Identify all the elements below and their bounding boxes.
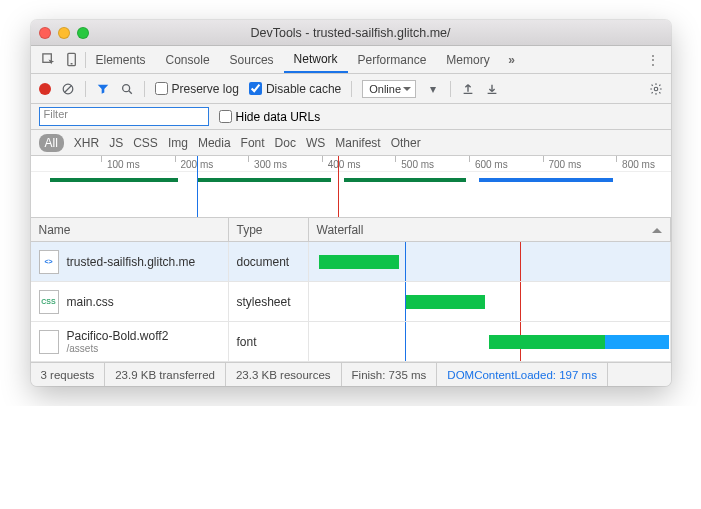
throttling-select[interactable]: Online — [362, 80, 416, 98]
filter-doc[interactable]: Doc — [275, 136, 296, 150]
filter-css[interactable]: CSS — [133, 136, 158, 150]
request-name: main.css — [67, 295, 114, 309]
upload-har-icon[interactable] — [461, 82, 475, 96]
tab-memory[interactable]: Memory — [436, 46, 499, 73]
throttling-value: Online — [369, 83, 401, 95]
more-tabs-icon[interactable]: » — [500, 53, 524, 67]
request-type: document — [229, 242, 309, 281]
svg-point-7 — [654, 87, 658, 91]
filter-icon[interactable] — [96, 82, 110, 96]
request-path: /assets — [67, 343, 169, 354]
col-name[interactable]: Name — [31, 218, 229, 241]
col-type[interactable]: Type — [229, 218, 309, 241]
hide-data-urls-checkbox[interactable]: Hide data URLs — [219, 110, 321, 124]
top-tabs: Elements Console Sources Network Perform… — [31, 46, 671, 74]
inspect-icon[interactable] — [37, 52, 61, 67]
devtools-window: DevTools - trusted-sailfish.glitch.me/ E… — [31, 20, 671, 386]
preserve-log-label: Preserve log — [172, 82, 239, 96]
col-waterfall[interactable]: Waterfall — [309, 218, 671, 241]
preserve-log-checkbox[interactable]: Preserve log — [155, 82, 239, 96]
table-row[interactable]: Pacifico-Bold.woff2/assetsfont — [31, 322, 671, 362]
search-icon[interactable] — [120, 82, 134, 96]
throttling-dropdown-icon[interactable]: ▾ — [426, 82, 440, 96]
filter-input[interactable]: Filter — [39, 107, 209, 126]
filter-js[interactable]: JS — [109, 136, 123, 150]
status-transferred: 23.9 KB transferred — [105, 363, 226, 386]
titlebar: DevTools - trusted-sailfish.glitch.me/ — [31, 20, 671, 46]
disable-cache-checkbox[interactable]: Disable cache — [249, 82, 341, 96]
filter-font[interactable]: Font — [241, 136, 265, 150]
svg-line-4 — [64, 85, 71, 92]
filter-img[interactable]: Img — [168, 136, 188, 150]
record-button[interactable] — [39, 83, 51, 95]
table-row[interactable]: CSSmain.cssstylesheet — [31, 282, 671, 322]
tab-network[interactable]: Network — [284, 46, 348, 73]
settings-gear-icon[interactable] — [649, 82, 663, 96]
status-requests: 3 requests — [31, 363, 106, 386]
download-har-icon[interactable] — [485, 82, 499, 96]
filter-other[interactable]: Other — [391, 136, 421, 150]
type-filter-bar: All XHR JS CSS Img Media Font Doc WS Man… — [31, 130, 671, 156]
request-table: <>trusted-sailfish.glitch.medocumentCSSm… — [31, 242, 671, 362]
status-dcl: DOMContentLoaded: 197 ms — [437, 363, 608, 386]
kebab-menu-icon[interactable]: ⋮ — [641, 53, 665, 67]
filter-all[interactable]: All — [39, 134, 64, 152]
request-name: Pacifico-Bold.woff2 — [67, 329, 169, 343]
status-finish: Finish: 735 ms — [342, 363, 438, 386]
overview-timeline[interactable]: 100 ms200 ms300 ms400 ms500 ms600 ms700 … — [31, 156, 671, 218]
filter-manifest[interactable]: Manifest — [335, 136, 380, 150]
status-resources: 23.3 KB resources — [226, 363, 342, 386]
svg-line-6 — [128, 90, 131, 93]
sort-indicator-icon — [652, 223, 662, 233]
filter-media[interactable]: Media — [198, 136, 231, 150]
filter-xhr[interactable]: XHR — [74, 136, 99, 150]
request-type: font — [229, 322, 309, 361]
filter-ws[interactable]: WS — [306, 136, 325, 150]
tab-sources[interactable]: Sources — [220, 46, 284, 73]
table-row[interactable]: <>trusted-sailfish.glitch.medocument — [31, 242, 671, 282]
disable-cache-label: Disable cache — [266, 82, 341, 96]
request-type: stylesheet — [229, 282, 309, 321]
clear-icon[interactable] — [61, 82, 75, 96]
table-header: Name Type Waterfall — [31, 218, 671, 242]
network-toolbar: Preserve log Disable cache Online ▾ — [31, 74, 671, 104]
svg-point-5 — [122, 84, 129, 91]
tab-elements[interactable]: Elements — [86, 46, 156, 73]
hide-data-urls-label: Hide data URLs — [236, 110, 321, 124]
filter-bar: Filter Hide data URLs — [31, 104, 671, 130]
request-name: trusted-sailfish.glitch.me — [67, 255, 196, 269]
window-title: DevTools - trusted-sailfish.glitch.me/ — [31, 26, 671, 40]
tab-console[interactable]: Console — [156, 46, 220, 73]
device-icon[interactable] — [61, 52, 85, 67]
tab-performance[interactable]: Performance — [348, 46, 437, 73]
status-bar: 3 requests 23.9 KB transferred 23.3 KB r… — [31, 362, 671, 386]
